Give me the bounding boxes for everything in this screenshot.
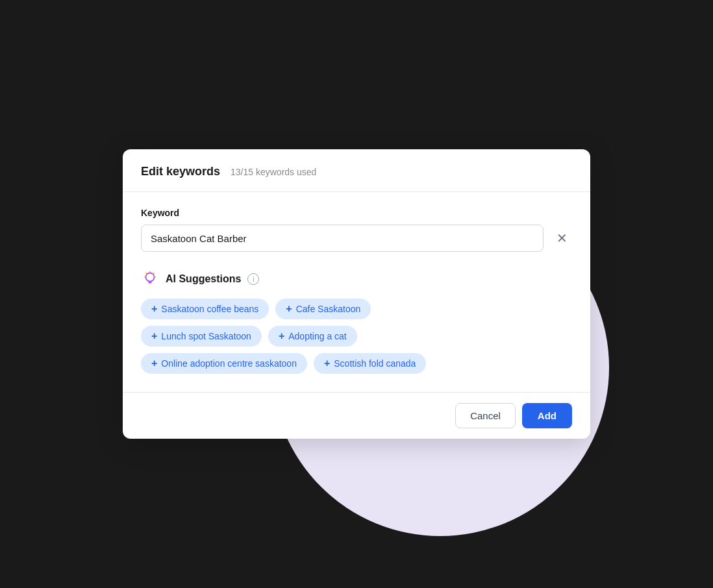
chip-saskatoon-coffee-beans[interactable]: + Saskatoon coffee beans xyxy=(141,299,269,319)
dialog-header: Edit keywords 13/15 keywords used xyxy=(123,149,590,191)
svg-line-4 xyxy=(153,273,154,274)
chip-label: Adopting a cat xyxy=(288,331,347,341)
suggestions-row-2: + Lunch spot Saskatoon + Adopting a cat xyxy=(141,326,572,347)
suggestions-row-3: + Online adoption centre saskatoon + Sco… xyxy=(141,353,572,374)
chip-online-adoption-centre[interactable]: + Online adoption centre saskatoon xyxy=(141,353,307,374)
ai-suggestions-header: AI Suggestions i xyxy=(141,270,572,288)
chip-label: Lunch spot Saskatoon xyxy=(161,331,251,341)
plus-icon: + xyxy=(151,304,157,314)
svg-rect-1 xyxy=(148,281,152,282)
plus-icon: + xyxy=(151,358,157,369)
edit-keywords-dialog: Edit keywords 13/15 keywords used Keywor… xyxy=(123,149,590,439)
chip-label: Cafe Saskatoon xyxy=(296,304,361,314)
suggestions-row-1: + Saskatoon coffee beans + Cafe Saskatoo… xyxy=(141,299,572,319)
keywords-used-badge: 13/15 keywords used xyxy=(231,167,316,177)
plus-icon: + xyxy=(279,331,284,341)
keyword-input[interactable] xyxy=(141,225,544,252)
chip-lunch-spot-saskatoon[interactable]: + Lunch spot Saskatoon xyxy=(141,326,262,347)
keyword-input-row: ✕ xyxy=(141,225,572,252)
plus-icon: + xyxy=(324,358,330,369)
chip-label: Online adoption centre saskatoon xyxy=(161,358,297,369)
keyword-label: Keyword xyxy=(141,208,572,218)
close-icon: ✕ xyxy=(557,230,568,246)
chip-adopting-a-cat[interactable]: + Adopting a cat xyxy=(268,326,357,347)
chip-scottish-fold-canada[interactable]: + Scottish fold canada xyxy=(314,353,426,374)
dialog-footer: Cancel Add xyxy=(123,392,590,439)
cancel-button[interactable]: Cancel xyxy=(455,403,516,428)
svg-rect-2 xyxy=(149,282,152,284)
chip-cafe-saskatoon[interactable]: + Cafe Saskatoon xyxy=(275,299,371,319)
info-icon-label: i xyxy=(253,275,254,283)
dialog-body: Keyword ✕ xyxy=(123,192,590,392)
plus-icon: + xyxy=(286,304,292,314)
dialog-title: Edit keywords xyxy=(141,165,220,178)
add-button[interactable]: Add xyxy=(522,403,572,428)
clear-input-button[interactable]: ✕ xyxy=(551,228,572,249)
info-icon[interactable]: i xyxy=(247,273,259,285)
ai-suggestions-title: AI Suggestions xyxy=(166,273,241,285)
plus-icon: + xyxy=(151,331,157,341)
chip-label: Scottish fold canada xyxy=(334,358,416,369)
ai-lightbulb-icon xyxy=(141,270,159,288)
svg-line-5 xyxy=(146,273,147,274)
chip-label: Saskatoon coffee beans xyxy=(161,304,258,314)
suggestions-grid: + Saskatoon coffee beans + Cafe Saskatoo… xyxy=(141,299,572,374)
